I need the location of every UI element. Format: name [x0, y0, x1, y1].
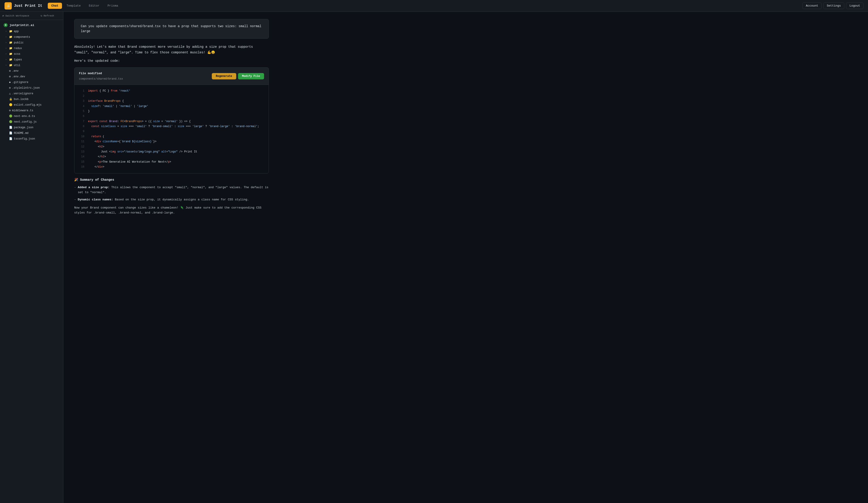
sidebar-item-components[interactable]: › 📁 components	[0, 34, 63, 40]
folder-icon: 📁	[9, 64, 12, 67]
summary-item-text-2: Based on the size prop, it dynamically a…	[113, 198, 249, 201]
code-line-2: 2	[74, 94, 269, 98]
sidebar-item-gitignore[interactable]: ◆ .gitignore	[0, 80, 63, 85]
summary-item-2: Dynamic class names: Based on the size p…	[74, 197, 269, 202]
sidebar-item-next-env[interactable]: 🟢 next-env.d.ts	[0, 113, 63, 119]
line-number: 4	[79, 104, 84, 108]
code-line-13: 13 Just <img src="/assets/img/logo.png" …	[74, 149, 269, 154]
code-line-15: 15 <p>The Generative AI Workstation for …	[74, 159, 269, 165]
file-modified-header: File modified components/shared/brand.ts…	[74, 67, 269, 85]
assistant-intro: Absolutely! Let's make that Brand compon…	[74, 44, 269, 55]
tab-prisma[interactable]: Prisma	[104, 3, 122, 9]
regenerate-button[interactable]: Regenerate	[212, 73, 236, 80]
code-line-8: 8 const sizeClass = size === 'small' ? '…	[74, 124, 269, 129]
sidebar-item-env[interactable]: ⚙ .env	[0, 68, 63, 74]
folder-icon: 📁	[9, 41, 12, 44]
file-icon: 🟢	[9, 120, 12, 124]
item-label: .gitignore	[12, 81, 60, 84]
summary-item-bold-1: Added a size prop:	[78, 186, 110, 189]
item-label: app	[14, 30, 60, 33]
switch-workspace-label: Switch Workspace	[6, 14, 29, 17]
file-icon: ⚙	[9, 69, 11, 73]
main-layout: ⇄ Switch Workspace ↻ Refresh N justprint…	[0, 12, 868, 503]
assistant-message: Absolutely! Let's make that Brand compon…	[74, 44, 269, 215]
code-line-6: 6	[74, 114, 269, 119]
line-code: <p>The Generative AI Workstation for Nex…	[88, 160, 171, 164]
line-number: 12	[79, 145, 84, 149]
refresh-label: Refresh	[44, 14, 54, 17]
sidebar-item-env-dev[interactable]: ⚙ .env.dev	[0, 74, 63, 80]
app-logo: 🖨 Just Print It	[4, 2, 42, 10]
code-line-12: 12 <h2>	[74, 144, 269, 149]
user-message: Can you update components/shared/brand.t…	[74, 19, 269, 39]
switch-workspace-button[interactable]: ⇄ Switch Workspace	[0, 12, 32, 20]
file-icon: 📄	[9, 137, 12, 140]
code-line-3: 3 interface BrandProps {	[74, 98, 269, 104]
item-label: tsconfig.json	[14, 137, 60, 140]
chevron-icon: ›	[6, 53, 8, 55]
refresh-icon: ↻	[41, 14, 42, 18]
sidebar-item-app[interactable]: › 📁 app	[0, 29, 63, 34]
line-code: <h2>	[88, 145, 104, 149]
item-label: components	[14, 35, 60, 39]
sidebar-item-bun-lockb[interactable]: 🔒 bun.lockb	[0, 96, 63, 102]
sidebar-item-package-json[interactable]: 📄 package.json	[0, 125, 63, 130]
item-label: types	[14, 58, 60, 61]
sidebar-item-util[interactable]: › 📁 util	[0, 62, 63, 68]
sidebar-item-readme[interactable]: 📄 README.md	[0, 130, 63, 136]
item-label: bun.lockb	[14, 98, 60, 101]
tab-chat[interactable]: Chat	[48, 3, 62, 9]
chevron-icon: ›	[6, 59, 8, 61]
code-line-5: 5 }	[74, 109, 269, 114]
folder-icon: 📁	[9, 30, 12, 33]
file-icon: ⚙	[9, 75, 11, 78]
sidebar-item-vercelignore[interactable]: △ .vercelignore	[0, 91, 63, 96]
sidebar-actions: ⇄ Switch Workspace ↻ Refresh	[0, 12, 63, 20]
workspace-icon: N	[4, 23, 8, 27]
sidebar-item-eslint[interactable]: 🟡 eslint.config.mjs	[0, 102, 63, 108]
item-label: redux	[14, 47, 60, 50]
line-number: 1	[79, 89, 84, 93]
sidebar-item-tsconfig[interactable]: 📄 tsconfig.json	[0, 136, 63, 142]
code-line-14: 14 </h2>	[74, 154, 269, 159]
file-icon: 🔒	[9, 97, 12, 101]
sidebar-item-stylelintrc[interactable]: ⚙ .stylelintrc.json	[0, 85, 63, 91]
app-title: Just Print It	[14, 4, 42, 8]
sidebar-item-middleware[interactable]: ⚙ middleware.ts	[0, 108, 63, 113]
logout-button[interactable]: Logout	[846, 2, 864, 9]
code-line-9: 9	[74, 129, 269, 134]
sidebar-item-redux[interactable]: › 📁 redux	[0, 45, 63, 51]
sidebar-item-types[interactable]: › 📁 types	[0, 57, 63, 62]
refresh-button[interactable]: ↻ Refresh	[32, 12, 63, 20]
item-label: package.json	[14, 126, 60, 129]
line-number: 2	[79, 94, 84, 98]
item-label: .stylelintrc.json	[12, 86, 60, 90]
line-code: <div className={`brand ${sizeClass}`}>	[88, 139, 156, 144]
line-code: import { FC } from 'react'	[88, 89, 130, 93]
file-icon: 📄	[9, 132, 12, 135]
code-block: 1 import { FC } from 'react' 2 3 interfa…	[74, 85, 269, 173]
switch-workspace-icon: ⇄	[2, 14, 4, 18]
sidebar-item-public[interactable]: › 📁 public	[0, 40, 63, 45]
line-number: 8	[79, 124, 84, 129]
settings-button[interactable]: Settings	[824, 2, 844, 9]
account-button[interactable]: Account	[802, 2, 822, 9]
sidebar-item-next-config[interactable]: 🟢 next.config.js	[0, 119, 63, 125]
code-line-7: 7 export const Brand: FC<BrandProps> = (…	[74, 119, 269, 124]
app-logo-emoji: 🖨	[6, 4, 10, 8]
sidebar-root[interactable]: N justprintit.ai	[0, 22, 63, 29]
tab-template[interactable]: Template	[63, 3, 84, 9]
line-number: 15	[79, 160, 84, 164]
file-icon: 📄	[9, 126, 12, 129]
sidebar-item-scss[interactable]: › 📁 scss	[0, 51, 63, 57]
app-logo-icon: 🖨	[4, 2, 12, 10]
line-code: size?: 'small' | 'normal' | 'large'	[88, 104, 148, 108]
line-number: 3	[79, 99, 84, 103]
summary-title: 🎉 Summary of Changes	[74, 177, 269, 183]
file-icon: △	[9, 92, 11, 95]
code-line-11: 11 <div className={`brand ${sizeClass}`}…	[74, 139, 269, 144]
tab-editor[interactable]: Editor	[85, 3, 103, 9]
file-modified-info: File modified components/shared/brand.ts…	[79, 71, 123, 81]
line-number: 9	[79, 129, 84, 134]
modify-file-button[interactable]: Modify File	[238, 73, 264, 80]
